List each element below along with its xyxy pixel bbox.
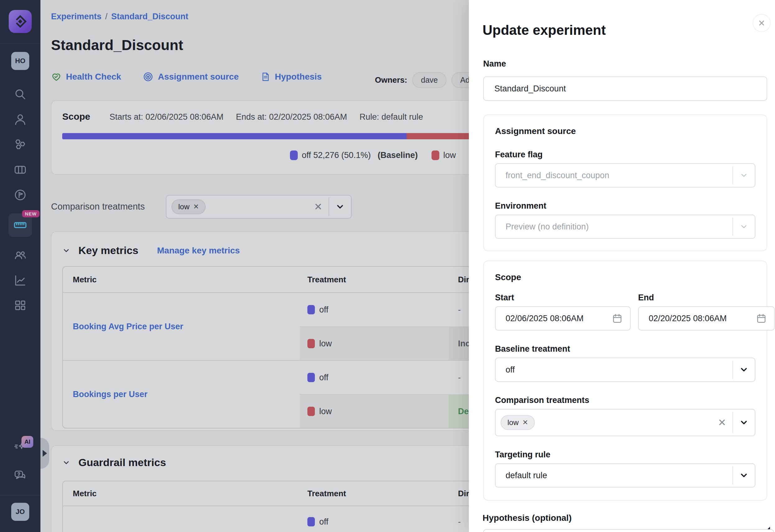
name-input[interactable] (483, 76, 767, 101)
targeting-rule-select[interactable]: default rule (495, 463, 755, 488)
comparison-treatments-select[interactable]: low ✕ ✕ (495, 409, 755, 436)
close-icon (758, 19, 766, 27)
app-window: HO NEW (0, 0, 775, 532)
feature-flag-select[interactable]: front_end_discount_coupon (495, 163, 755, 187)
hypothesis-optional-label: Hypothesis (optional) (483, 513, 572, 523)
targeting-rule-label: Targeting rule (495, 450, 755, 460)
modal-dim-overlay[interactable] (0, 0, 469, 532)
feature-flag-label: Feature flag (495, 150, 755, 160)
close-button[interactable] (753, 14, 771, 32)
calendar-icon[interactable] (612, 313, 623, 324)
targeting-rule-value: default rule (506, 471, 547, 480)
baseline-treatment-value: off (506, 365, 515, 375)
calendar-icon[interactable] (756, 313, 767, 324)
scope-section: Scope Start 02/06/2025 08:06AM End 02/20… (483, 261, 767, 501)
chevron-down-icon (733, 222, 755, 231)
scope-heading: Scope (495, 272, 755, 282)
environment-select[interactable]: Preview (no definition) (495, 215, 755, 239)
treatment-chip-low[interactable]: low ✕ (501, 415, 535, 430)
start-label: Start (495, 293, 631, 303)
end-label: End (638, 293, 775, 303)
chip-label: low (508, 418, 519, 427)
update-experiment-drawer: Update experiment Name Assignment source… (469, 0, 775, 532)
baseline-treatment-select[interactable]: off (495, 358, 755, 382)
end-date-input[interactable]: 02/20/2025 08:06AM (638, 306, 775, 331)
chevron-down-icon[interactable] (733, 365, 755, 374)
hypothesis-textarea[interactable] (483, 529, 774, 532)
clear-selection-icon[interactable]: ✕ (712, 417, 732, 428)
baseline-treatment-label: Baseline treatment (495, 344, 755, 354)
drawer-title: Update experiment (483, 22, 606, 38)
start-date-value: 02/06/2025 08:06AM (506, 314, 584, 323)
name-label: Name (483, 59, 506, 69)
environment-value: Preview (no definition) (506, 222, 589, 232)
chevron-down-icon (733, 171, 755, 180)
chevron-down-icon[interactable] (733, 471, 755, 480)
environment-label: Environment (495, 201, 755, 211)
start-date-input[interactable]: 02/06/2025 08:06AM (495, 306, 631, 331)
end-date-value: 02/20/2025 08:06AM (649, 314, 727, 323)
assignment-source-heading: Assignment source (495, 126, 755, 136)
assignment-source-section: Assignment source Feature flag front_end… (483, 114, 767, 251)
chip-remove-icon[interactable]: ✕ (522, 419, 528, 427)
comparison-treatments-label: Comparison treatments (495, 396, 755, 405)
chevron-down-icon[interactable] (733, 418, 755, 427)
feature-flag-value: front_end_discount_coupon (506, 171, 609, 180)
